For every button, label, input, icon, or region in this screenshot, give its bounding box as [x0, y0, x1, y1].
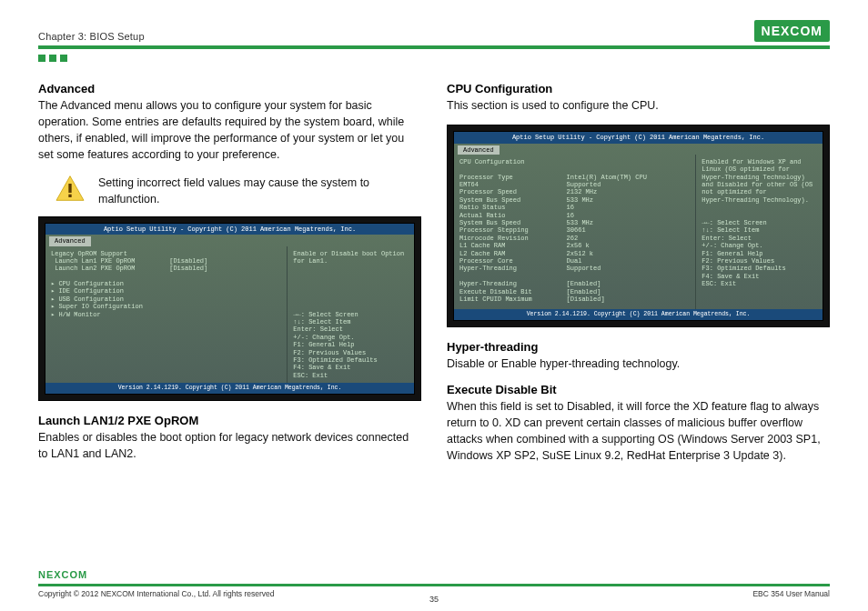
- text-execute-disable: When this field is set to Disabled, it w…: [447, 398, 830, 465]
- main-content: Advanced The Advanced menu allows you to…: [38, 82, 830, 475]
- header: Chapter 3: BIOS Setup NEXCOM: [38, 16, 830, 42]
- text-cpu-config: This section is used to configure the CP…: [447, 97, 830, 114]
- footer-logo: NEXCOM: [38, 567, 87, 582]
- bios1-title: Aptio Setup Utility - Copyright (C) 2011…: [45, 224, 414, 235]
- warning-text: Setting incorrect field values may cause…: [98, 175, 421, 207]
- heading-advanced: Advanced: [38, 82, 421, 95]
- bios2-right-panel: Enabled for Windows XP and Linux (OS opt…: [696, 155, 823, 309]
- bios2-title: Aptio Setup Utility - Copyright (C) 2011…: [454, 132, 823, 143]
- bios-screenshot-cpu: Aptio Setup Utility - Copyright (C) 2011…: [447, 125, 830, 327]
- decorative-squares: [38, 55, 830, 62]
- text-hyper-threading: Disable or Enable hyper-threading techno…: [447, 356, 830, 372]
- text-launch-lan: Enables or disables the boot option for …: [38, 429, 421, 462]
- bios-screenshot-advanced: Aptio Setup Utility - Copyright (C) 2011…: [38, 216, 421, 401]
- bios1-left-panel: Legacy OpROM Support Launch Lan1 PXE OpR…: [45, 246, 288, 384]
- warning-block: Setting incorrect field values may cause…: [55, 175, 421, 207]
- svg-rect-1: [68, 184, 71, 193]
- page-number: 35: [38, 595, 830, 604]
- bios2-tab: Advanced: [458, 145, 500, 155]
- bios2-left-panel: CPU Configuration Processor Type Intel(R…: [454, 155, 696, 309]
- bios1-tab: Advanced: [49, 236, 91, 245]
- left-column: Advanced The Advanced menu allows you to…: [38, 82, 421, 475]
- chapter-label: Chapter 3: BIOS Setup: [38, 31, 145, 42]
- footer-rule: [38, 584, 830, 586]
- text-advanced: The Advanced menu allows you to configur…: [38, 97, 421, 164]
- heading-cpu-config: CPU Configuration: [447, 82, 830, 95]
- bios2-footer: Version 2.14.1219. Copyright (C) 2011 Am…: [454, 309, 823, 320]
- heading-execute-disable: Execute Disable Bit: [447, 383, 830, 396]
- heading-launch-lan: Launch LAN1/2 PXE OpROM: [38, 414, 421, 427]
- bios1-right-panel: Enable or Disable boot Option for Lan1. …: [288, 246, 414, 384]
- right-column: CPU Configuration This section is used t…: [447, 82, 830, 475]
- bios1-footer: Version 2.14.1219. Copyright (C) 2011 Am…: [45, 383, 414, 394]
- page-footer: NEXCOM Copyright © 2012 NEXCOM Internati…: [38, 567, 830, 598]
- warning-icon: [55, 175, 86, 202]
- header-rule: [38, 45, 830, 49]
- svg-rect-2: [68, 194, 71, 196]
- heading-hyper-threading: Hyper-threading: [447, 340, 830, 354]
- brand-logo: NEXCOM: [754, 20, 830, 42]
